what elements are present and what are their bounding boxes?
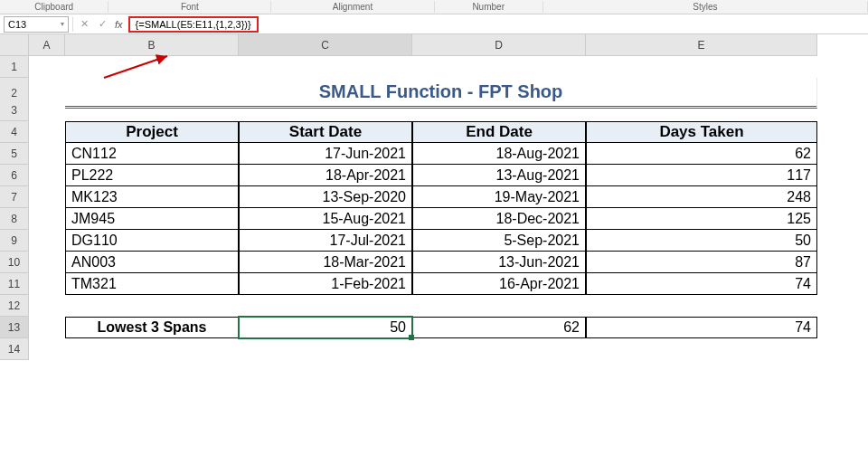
cell-end[interactable]: 16-Apr-2021	[412, 273, 586, 295]
row-header[interactable]: 1	[0, 56, 29, 78]
cell-days[interactable]: 87	[586, 252, 817, 273]
cell[interactable]	[239, 295, 412, 317]
row-header[interactable]: 8	[0, 208, 29, 230]
ribbon-group-font: Font	[108, 1, 271, 13]
col-header-e[interactable]: E	[586, 34, 817, 56]
cell-end[interactable]: 5-Sep-2021	[412, 230, 586, 252]
cell-end[interactable]: 18-Aug-2021	[412, 143, 586, 165]
check-icon[interactable]: ✓	[95, 17, 109, 32]
col-header-d[interactable]: D	[412, 34, 586, 56]
table-header-project[interactable]: Project	[65, 121, 239, 143]
result-label[interactable]: Lowest 3 Spans	[65, 317, 239, 338]
col-header-c[interactable]: C	[239, 34, 412, 56]
cell-start[interactable]: 17-Jun-2021	[239, 143, 412, 165]
cell[interactable]	[29, 208, 65, 230]
cell[interactable]	[412, 338, 586, 360]
cell-end[interactable]: 13-Aug-2021	[412, 165, 586, 186]
cell-end[interactable]: 13-Jun-2021	[412, 252, 586, 273]
cell-project[interactable]: AN003	[65, 252, 239, 273]
cell[interactable]	[29, 295, 65, 317]
fx-icon[interactable]: fx	[115, 19, 123, 30]
cell[interactable]	[412, 100, 586, 121]
cell-days[interactable]: 74	[586, 273, 817, 295]
row-header[interactable]: 12	[0, 295, 29, 317]
chevron-down-icon[interactable]: ▾	[61, 20, 64, 28]
cell-result[interactable]: 62	[412, 317, 586, 338]
cell[interactable]	[65, 338, 239, 360]
cell-start[interactable]: 18-Mar-2021	[239, 252, 412, 273]
row-header[interactable]: 14	[0, 338, 29, 360]
cell-project[interactable]: PL222	[65, 165, 239, 186]
row-header[interactable]: 3	[0, 100, 29, 121]
cell[interactable]	[586, 100, 817, 121]
cell-start[interactable]: 18-Apr-2021	[239, 165, 412, 186]
row-header[interactable]: 7	[0, 186, 29, 208]
cell-project[interactable]: DG110	[65, 230, 239, 252]
formula-bar: C13 ▾ ✕ ✓ fx {=SMALL(E5:E11,{1,2,3})}	[0, 14, 868, 34]
table-header-days[interactable]: Days Taken	[586, 121, 817, 143]
cell[interactable]	[586, 338, 817, 360]
cell[interactable]	[29, 230, 65, 252]
cell-project[interactable]: JM945	[65, 208, 239, 230]
cell[interactable]	[412, 56, 586, 78]
cell[interactable]	[29, 273, 65, 295]
table-header-start[interactable]: Start Date	[239, 121, 412, 143]
cell-days[interactable]: 125	[586, 208, 817, 230]
cell[interactable]	[29, 100, 65, 121]
cancel-icon[interactable]: ✕	[77, 17, 91, 32]
cell[interactable]	[29, 252, 65, 273]
name-box[interactable]: C13 ▾	[4, 16, 69, 33]
ribbon-group-labels: Clipboard Font Alignment Number Styles	[0, 0, 868, 14]
cell-days[interactable]: 62	[586, 143, 817, 165]
cell[interactable]	[586, 295, 817, 317]
cell-end[interactable]: 19-May-2021	[412, 186, 586, 208]
ribbon-group-number: Number	[435, 1, 543, 13]
formula-input[interactable]: {=SMALL(E5:E11,{1,2,3})}	[128, 16, 259, 33]
cell[interactable]	[29, 186, 65, 208]
ribbon-group-styles: Styles	[543, 1, 868, 13]
cell[interactable]	[29, 56, 65, 78]
cell[interactable]	[239, 56, 412, 78]
col-header-b[interactable]: B	[65, 34, 239, 56]
cell-days[interactable]: 117	[586, 165, 817, 186]
row-header[interactable]: 13	[0, 317, 29, 338]
cell[interactable]	[239, 338, 412, 360]
cell[interactable]	[586, 56, 817, 78]
cell-days[interactable]: 248	[586, 186, 817, 208]
cell-selected[interactable]: 50	[239, 317, 412, 338]
row-header[interactable]: 9	[0, 230, 29, 252]
spreadsheet-grid[interactable]: A B C D E 1 2 SMALL Function - FPT Shop …	[0, 34, 868, 360]
row-header[interactable]: 5	[0, 143, 29, 165]
formula-text: {=SMALL(E5:E11,{1,2,3})}	[136, 19, 251, 30]
cell[interactable]	[29, 338, 65, 360]
cell[interactable]	[65, 100, 239, 121]
cell[interactable]	[29, 165, 65, 186]
cell[interactable]	[65, 295, 239, 317]
cell[interactable]	[29, 143, 65, 165]
row-header[interactable]: 11	[0, 273, 29, 295]
cell-start[interactable]: 15-Aug-2021	[239, 208, 412, 230]
cell-project[interactable]: MK123	[65, 186, 239, 208]
cell[interactable]	[239, 100, 412, 121]
cell-project[interactable]: CN112	[65, 143, 239, 165]
cell-days[interactable]: 50	[586, 230, 817, 252]
separator	[72, 17, 73, 32]
name-box-value: C13	[8, 19, 26, 30]
cell[interactable]	[29, 121, 65, 143]
cell-start[interactable]: 13-Sep-2020	[239, 186, 412, 208]
row-header[interactable]: 10	[0, 252, 29, 273]
cell-end[interactable]: 18-Dec-2021	[412, 208, 586, 230]
cell-result[interactable]: 74	[586, 317, 817, 338]
cell[interactable]	[412, 295, 586, 317]
table-header-end[interactable]: End Date	[412, 121, 586, 143]
cell-project[interactable]: TM321	[65, 273, 239, 295]
col-header-a[interactable]: A	[29, 34, 65, 56]
cell[interactable]	[65, 56, 239, 78]
cell-start[interactable]: 17-Jul-2021	[239, 230, 412, 252]
ribbon-group-clipboard: Clipboard	[0, 1, 108, 13]
cell-start[interactable]: 1-Feb-2021	[239, 273, 412, 295]
cell[interactable]	[29, 317, 65, 338]
row-header[interactable]: 4	[0, 121, 29, 143]
row-header[interactable]: 6	[0, 165, 29, 186]
select-all-corner[interactable]	[0, 34, 29, 56]
